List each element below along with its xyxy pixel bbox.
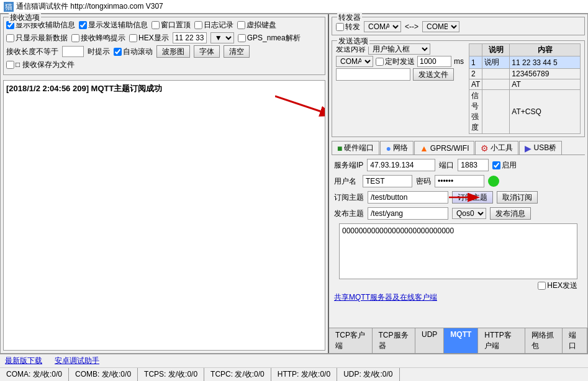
tab-hardware-port[interactable]: ■ 硬件端口 [332,141,379,155]
beep-checkbox[interactable]: 接收蜂鸣提示 [71,33,125,43]
port-icon: ■ [337,143,342,153]
bottom-tab-bar: TCP客户端 TCP服务器 UDP MQTT HTTP客户端 网络抓包 端口 [329,328,587,353]
send-options-inner: 发送内容 用户输入框 COMA 定时发送 ms [336,43,581,134]
window-top-checkbox[interactable]: 窗口置顶 [152,20,191,30]
show-send-info-checkbox[interactable]: 显示发送辅助信息 [79,20,148,30]
enable-checkbox[interactable]: 启用 [492,160,517,171]
send-port-select[interactable]: COMA [336,56,373,67]
auto-scroll-checkbox[interactable]: 自动滚动 [114,47,153,57]
username-row: 用户名 密码 [334,175,582,187]
send-file-button[interactable]: 发送文件 [413,68,454,81]
server-ip-input[interactable] [367,159,435,171]
forwarder-box: 转发器 转发 COMA <--> COMB [332,17,585,35]
forward-from-select[interactable]: COMA [364,21,401,32]
status-bar-bottom: COMA: 发/收:0/0 COMB: 发/收:0/0 TCPS: 发/收:0/… [0,368,588,381]
tab-network-capture[interactable]: 网络抓包 [525,328,563,353]
status-bar: 最新版下载 安卓调试助手 COMA: 发/收:0/0 COMB: 发/收:0/0… [0,354,588,381]
subscribe-label: 订阅主题 [334,192,364,203]
font-button[interactable]: 字体 [194,45,220,58]
options-row-3: 接收长度不等于 时提示 自动滚动 波形图 字体 清空 [6,45,322,58]
time-tip-label: 时提示 [88,47,110,57]
tab-network[interactable]: ● 网络 [380,141,413,155]
tab-gprs[interactable]: ▲ GPRS/WIFI [414,141,475,155]
forwarder-title: 转发器 [337,12,362,23]
log-text: [2018/1/2 2:04:56 209] MQTT主题订阅成功 [6,84,162,93]
right-panel: 转发器 转发 COMA <--> COMB 发送选项 [329,14,587,353]
hex-display-checkbox[interactable]: HEX显示 [129,33,169,43]
subscribe-button[interactable]: 订阅主题 [452,191,493,204]
tab-usb[interactable]: ▶ USB桥 [519,141,562,155]
tab-tools[interactable]: ⚙ 小工具 [475,141,518,155]
title-bar: 猫 通信猫调试软件 http://tongxinmao.com V307 [0,0,588,14]
send-options-title: 发送选项 [337,36,369,47]
publish-row: 发布主题 Qos0 发布消息 [334,207,582,220]
hex-select[interactable]: ▼ [210,32,234,43]
subscribe-topic-input[interactable] [368,191,448,204]
share-link[interactable]: 共享MQTT服务器及在线客户端 [334,292,582,303]
status-bar-top: 最新版下载 安卓调试助手 [0,354,588,368]
waveform-button[interactable]: 波形图 [156,45,190,58]
download-link[interactable]: 最新版下载 [5,356,42,366]
tab-http-client[interactable]: HTTP客户端 [478,328,525,353]
tab-tcp-server[interactable]: TCP服务器 [373,328,416,353]
gprs-icon: ▲ [420,143,428,153]
usb-icon: ▶ [525,143,531,153]
options-row-1: 显示接收辅助信息 显示发送辅助信息 窗口置顶 日志记录 虚拟键盘 [6,20,322,30]
send-content-select[interactable]: 用户输入框 [368,43,430,55]
clear-button[interactable]: 清空 [224,45,250,58]
tools-icon: ⚙ [481,143,489,153]
send-text-input[interactable] [336,68,410,81]
tab-mqtt[interactable]: MQTT [444,328,478,353]
status-coma: COMA: 发/收:0/0 [0,368,69,381]
status-comb: COMB: 发/收:0/0 [69,368,138,381]
send-port-row: COMA 定时发送 ms [336,56,464,67]
tab-port[interactable]: 端口 [563,328,587,353]
username-label: 用户名 [334,176,359,187]
port-label: 端口 [439,160,454,171]
tab-udp[interactable]: UDP [415,328,444,353]
log-record-checkbox[interactable]: 日志记录 [194,20,233,30]
publish-topic-input[interactable] [368,207,448,220]
scheduled-checkbox[interactable]: 定时发送 [376,56,415,67]
status-tcps: TCPS: 发/收:0/0 [138,368,204,381]
forward-checkbox[interactable]: 转发 [336,22,360,32]
table-row: 1 说明 11 22 33 44 5 [469,56,581,69]
qos-select[interactable]: Qos0 [452,208,486,219]
table-header-desc: 说明 [482,44,510,56]
status-http: HTTP: 发/收:0/0 [271,368,337,381]
title-text: 通信猫调试软件 http://tongxinmao.com V307 [16,1,163,12]
red-arrow-indicator [275,84,325,121]
android-link[interactable]: 安卓调试助手 [55,356,99,366]
svg-text:猫: 猫 [5,2,12,11]
gps-nmea-checkbox[interactable]: GPS_nmea解析 [238,33,301,43]
svg-line-3 [275,96,325,115]
publish-button[interactable]: 发布消息 [490,207,531,220]
hex-send-row: HEX发送 [339,280,577,291]
table-header-content: 内容 [510,44,581,56]
save-file-checkbox[interactable]: □ 接收保存为文件 [6,60,75,70]
interval-input[interactable] [417,56,451,67]
password-input[interactable] [435,175,484,187]
main-container: 接收选项 显示接收辅助信息 显示发送辅助信息 窗口置顶 日志记录 虚拟键盘 [0,14,588,354]
status-tcpc: TCPC: 发/收:0/0 [204,368,271,381]
username-input[interactable] [363,175,412,187]
message-content: 000000000000000000000000000 [342,226,454,235]
send-left: 发送内容 用户输入框 COMA 定时发送 ms [336,43,464,134]
unsubscribe-button[interactable]: 取消订阅 [497,191,538,204]
receive-length-input[interactable] [62,46,84,57]
server-ip-label: 服务端IP [334,160,363,171]
server-ip-row: 服务端IP 端口 启用 [334,159,582,171]
receive-options-title: 接收选项 [9,12,41,23]
show-latest-checkbox[interactable]: 只显示最新数据 [6,33,68,43]
port-input[interactable] [458,159,489,171]
forward-to-select[interactable]: COMB [422,21,459,32]
tab-tcp-client[interactable]: TCP客户端 [329,328,373,353]
connection-status-dot [488,176,499,187]
hex-send-checkbox[interactable]: HEX发送 [538,280,577,291]
hex-value-input[interactable] [173,32,207,43]
virtual-keyboard-checkbox[interactable]: 虚拟键盘 [237,20,276,30]
send-file-row: 发送文件 [336,68,464,81]
password-label: 密码 [416,176,431,187]
log-area: [2018/1/2 2:04:56 209] MQTT主题订阅成功 [3,80,325,351]
message-area: 000000000000000000000000000 [339,223,577,279]
